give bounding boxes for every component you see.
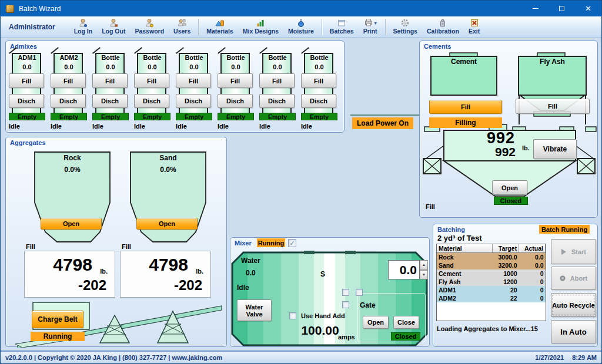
toolbar: Administrator Log In Log Out Password Us… bbox=[1, 16, 601, 38]
admix-fill-button[interactable]: Fill bbox=[259, 73, 295, 88]
toolbar-mix-designs[interactable]: Mix Designs bbox=[238, 17, 283, 37]
admix-discharge-button[interactable]: Disch bbox=[9, 94, 44, 108]
sand-open-button[interactable]: Open bbox=[136, 218, 198, 230]
batch-table-row[interactable]: ADM1200 bbox=[437, 286, 546, 294]
sand-scale-display: 4798 lb. -202 bbox=[120, 251, 211, 298]
batch-materials-table[interactable]: Material Target Actual Rock3000.00.0Sand… bbox=[436, 244, 546, 321]
admix-status-badge: Empty bbox=[176, 113, 212, 120]
charge-belt-button[interactable]: Charge Belt bbox=[32, 311, 83, 328]
cement-gate-status-badge: Closed bbox=[494, 197, 528, 205]
toolbar-batches[interactable]: Batches bbox=[325, 17, 359, 37]
minimize-button[interactable] bbox=[522, 1, 549, 16]
toolbar-calibration[interactable]: Calibration bbox=[422, 17, 464, 37]
toolbar-login[interactable]: Log In bbox=[69, 17, 98, 37]
admix-fill-button[interactable]: Fill bbox=[9, 73, 44, 88]
maximize-button[interactable] bbox=[549, 1, 575, 16]
admix-status-badge: Empty bbox=[134, 113, 170, 120]
toolbar-password[interactable]: Password bbox=[130, 17, 169, 37]
toolbar-exit[interactable]: Exit bbox=[464, 17, 484, 37]
toolbar-separator bbox=[385, 19, 386, 35]
cements-mode-label: Fill bbox=[426, 203, 435, 210]
batch-description: 2 yd³ of Test bbox=[437, 234, 482, 242]
mixer-checkbox-1[interactable] bbox=[342, 289, 349, 296]
window-title: Batch Wizard bbox=[19, 5, 61, 13]
vibrate-button[interactable]: Vibrate bbox=[533, 139, 577, 159]
play-icon bbox=[561, 249, 567, 255]
moisture-icon bbox=[296, 18, 306, 28]
print-dropdown-caret[interactable]: ▾ bbox=[374, 21, 377, 26]
close-button[interactable]: ✕ bbox=[575, 1, 601, 16]
admix-weight-value: 0.0 bbox=[92, 63, 129, 70]
start-button[interactable]: Start bbox=[551, 239, 596, 264]
batch-table-row[interactable]: Rock3000.00.0 bbox=[437, 253, 546, 261]
water-state-label: Idle bbox=[237, 284, 249, 292]
admix-state-label: Idle bbox=[218, 123, 229, 130]
statusbar-version-copyright: v20.2.0.0 | Copyright © 2020 JA King | (… bbox=[5, 354, 222, 361]
admix-name: ADM1 bbox=[9, 54, 45, 61]
water-valve-button[interactable]: Water Valve bbox=[237, 299, 272, 321]
col-target[interactable]: Target bbox=[493, 244, 519, 253]
admix-discharge-button[interactable]: Disch bbox=[134, 94, 169, 108]
admix-fill-button[interactable]: Fill bbox=[134, 73, 169, 88]
titlebar: Batch Wizard ✕ bbox=[1, 1, 601, 16]
admix-status-badge: Empty bbox=[259, 113, 296, 120]
admix-fill-button[interactable]: Fill bbox=[51, 73, 86, 88]
abort-icon bbox=[560, 275, 566, 281]
cement-gate-open-button[interactable]: Open bbox=[492, 180, 527, 195]
batch-table-row[interactable]: Sand3200.00.0 bbox=[437, 261, 546, 269]
mixer-amps-unit: amps bbox=[338, 333, 355, 341]
admix-state-label: Idle bbox=[9, 123, 20, 130]
toolbar-logout[interactable]: Log Out bbox=[97, 17, 130, 37]
admix-fill-button[interactable]: Fill bbox=[92, 73, 128, 88]
mixer-status-badge: Running bbox=[257, 238, 285, 247]
admix-name: Bottle bbox=[134, 54, 170, 61]
setpoint-spinner[interactable]: ▲▼ bbox=[420, 260, 428, 279]
toolbar-moisture[interactable]: Moisture bbox=[283, 17, 319, 37]
hand-add-checkbox[interactable] bbox=[289, 312, 296, 319]
water-value: 0.0 bbox=[246, 269, 256, 277]
conveyor-pipe-line bbox=[350, 114, 428, 116]
admix-discharge-button[interactable]: Disch bbox=[176, 94, 211, 108]
in-auto-button[interactable]: In Auto bbox=[551, 320, 596, 343]
mixer-gate-status-badge: Closed bbox=[391, 332, 420, 341]
admixes-panel: Admixes ADM1 0.0 Fill Disch Empty Idle A… bbox=[5, 41, 345, 133]
batch-table-row[interactable]: Cement10000 bbox=[437, 269, 546, 278]
admix-fill-button[interactable]: Fill bbox=[301, 73, 336, 88]
mixer-panel: Mixer Running ✓ bbox=[230, 237, 430, 347]
flyash-fill-button[interactable]: Fill bbox=[516, 99, 590, 114]
admix-fill-button[interactable]: Fill bbox=[218, 73, 253, 88]
water-setpoint-input[interactable]: 0.0 bbox=[388, 260, 420, 279]
toolbar-separator bbox=[322, 19, 322, 35]
toolbar-settings[interactable]: Settings bbox=[389, 17, 422, 37]
admix-discharge-button[interactable]: Disch bbox=[51, 94, 86, 108]
admix-state-label: Idle bbox=[134, 123, 145, 130]
rock-open-button[interactable]: Open bbox=[41, 218, 102, 230]
admix-name: Bottle bbox=[176, 54, 212, 61]
col-actual[interactable]: Actual bbox=[519, 244, 546, 253]
mixer-checkbox-3[interactable] bbox=[342, 301, 349, 308]
mixer-gate-close-button[interactable]: Close bbox=[393, 316, 419, 329]
admix-unit: Bottle 0.0 Fill Disch Empty Idle bbox=[176, 52, 212, 131]
mixer-gate-open-button[interactable]: Open bbox=[363, 316, 389, 329]
admix-fill-button[interactable]: Fill bbox=[176, 73, 211, 88]
mixer-checkbox-2[interactable] bbox=[356, 289, 363, 296]
toolbar-users[interactable]: Users bbox=[169, 17, 195, 37]
batch-wizard-window: Batch Wizard ✕ Administrator Log In Log … bbox=[0, 0, 602, 364]
batch-table-row[interactable]: Fly Ash12000 bbox=[437, 278, 546, 286]
toolbar-materials[interactable]: Materials bbox=[202, 17, 238, 37]
batch-table-row[interactable]: ADM2220 bbox=[437, 294, 546, 302]
bin-name: Sand bbox=[131, 154, 206, 162]
admix-name: Bottle bbox=[218, 54, 254, 61]
col-material[interactable]: Material bbox=[437, 244, 493, 253]
admix-discharge-button[interactable]: Disch bbox=[218, 94, 253, 108]
admix-discharge-button[interactable]: Disch bbox=[301, 94, 336, 108]
toolbar-print[interactable]: ▾ Print bbox=[359, 17, 382, 37]
abort-button[interactable]: Abort bbox=[551, 267, 596, 290]
bin-moisture: 0.0% bbox=[131, 166, 206, 174]
admix-discharge-button[interactable]: Disch bbox=[92, 94, 128, 108]
load-power-status[interactable]: Load Power On bbox=[352, 117, 413, 129]
cement-fill-button[interactable]: Fill bbox=[429, 100, 502, 114]
auto-recycle-button[interactable]: Auto Recycle bbox=[551, 293, 596, 317]
mixer-enable-checkbox[interactable]: ✓ bbox=[288, 239, 296, 247]
admix-discharge-button[interactable]: Disch bbox=[259, 94, 295, 108]
